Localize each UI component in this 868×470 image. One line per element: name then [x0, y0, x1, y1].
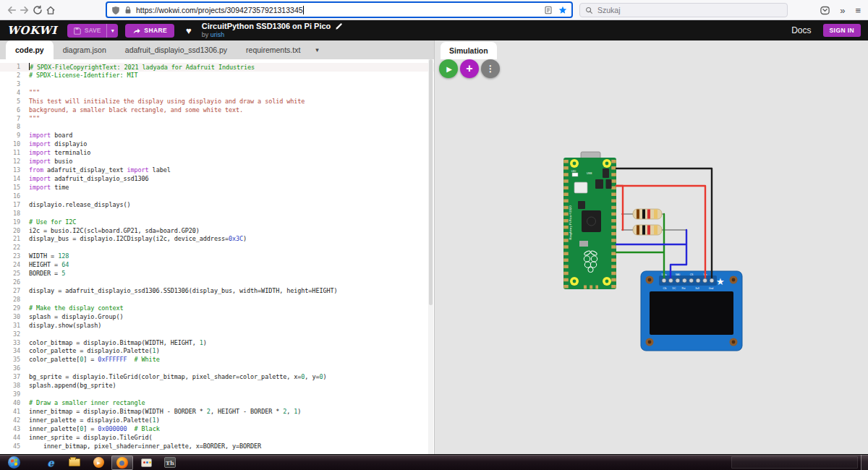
- editor-scrollbar[interactable]: [428, 59, 433, 454]
- code-line[interactable]: 4""": [0, 89, 434, 98]
- code-line[interactable]: 42inner_palette = displayio.Palette(1): [0, 416, 434, 425]
- code-line[interactable]: 45 inner_bitmap, pixel_shader=inner_pale…: [0, 443, 434, 451]
- forward-icon[interactable]: [20, 5, 30, 15]
- app-menu-icon[interactable]: ≡: [855, 6, 861, 15]
- code-line[interactable]: 5This test will initialize the display u…: [0, 98, 434, 106]
- code-line[interactable]: 33color_bitmap = displayio.Bitmap(WIDTH,…: [0, 339, 434, 348]
- code-line[interactable]: 20i2c = busio.I2C(scl=board.GP21, sda=bo…: [0, 227, 434, 236]
- reader-view-icon[interactable]: [544, 6, 553, 14]
- url-text[interactable]: https://wokwi.com/projects/3094273579213…: [136, 6, 303, 14]
- system-tray[interactable]: [731, 456, 858, 469]
- shield-icon[interactable]: [111, 6, 120, 14]
- code-line[interactable]: 25BORDER = 5: [0, 270, 434, 278]
- reload-icon[interactable]: [33, 5, 43, 15]
- code-line[interactable]: 43inner_palette[0] = 0x000000 # Black: [0, 425, 434, 434]
- toolbar-overflow-icon[interactable]: »: [840, 6, 845, 15]
- wire-red-branch[interactable]: [616, 186, 623, 230]
- signin-button[interactable]: SIGN IN: [823, 24, 861, 37]
- code-line[interactable]: 10import displayio: [0, 140, 434, 149]
- code-line[interactable]: 16: [0, 192, 434, 201]
- firefox-icon: [116, 457, 128, 469]
- code-line[interactable]: 26: [0, 278, 434, 287]
- author-link[interactable]: urish: [210, 31, 225, 38]
- code-line[interactable]: 14import adafruit_displayio_ssd1306: [0, 175, 434, 184]
- code-line[interactable]: 17displayio.release_displays(): [0, 201, 434, 210]
- show-desktop-button[interactable]: [861, 455, 868, 470]
- taskbar-item-internet-explorer[interactable]: e: [40, 456, 61, 470]
- code-line[interactable]: 21display_bus = displayio.I2CDisplay(i2c…: [0, 235, 434, 244]
- docs-link[interactable]: Docs: [791, 25, 811, 35]
- code-line[interactable]: 6background, a smaller black rectangle, …: [0, 106, 434, 115]
- code-line[interactable]: 22: [0, 244, 434, 252]
- code-line[interactable]: 12import busio: [0, 158, 434, 166]
- code-line[interactable]: 24HEIGHT = 64: [0, 261, 434, 270]
- code-line[interactable]: 1# SPDX-FileCopyrightText: 2021 ladyada …: [0, 63, 434, 72]
- resistor-1[interactable]: [633, 209, 662, 219]
- code-line[interactable]: 40# Draw a smaller inner rectangle: [0, 399, 434, 408]
- edit-pencil-icon[interactable]: [335, 22, 343, 30]
- code-line[interactable]: 15import time: [0, 184, 434, 192]
- home-icon[interactable]: [46, 5, 56, 15]
- code-line[interactable]: 41inner_bitmap = displayio.Bitmap(WIDTH …: [0, 408, 434, 416]
- save-button[interactable]: SAVE: [67, 24, 107, 38]
- wires[interactable]: [616, 168, 712, 278]
- code-editor[interactable]: 1# SPDX-FileCopyrightText: 2021 ladyada …: [0, 59, 434, 454]
- editor-scrollbar-thumb[interactable]: [429, 59, 433, 305]
- code-line[interactable]: 39: [0, 390, 434, 399]
- code-line[interactable]: 35color_palette[0] = 0xFFFFFF # White: [0, 356, 434, 364]
- code-line[interactable]: 13from adafruit_display_text import labe…: [0, 166, 434, 175]
- code-line[interactable]: 38splash.append(bg_sprite): [0, 382, 434, 390]
- share-button[interactable]: SHARE: [125, 24, 174, 38]
- pico-bootsel-button[interactable]: [574, 182, 587, 193]
- resistor-2[interactable]: [633, 225, 662, 235]
- code-line[interactable]: 28: [0, 296, 434, 304]
- code-line[interactable]: 23WIDTH = 128: [0, 252, 434, 261]
- taskbar-item-media-player[interactable]: ▶: [88, 456, 109, 470]
- code-line[interactable]: 27display = adafruit_displayio_ssd1306.S…: [0, 287, 434, 296]
- code-line[interactable]: 34color_palette = displayio.Palette(1): [0, 347, 434, 356]
- pico-board[interactable]: LED USB: [563, 152, 616, 289]
- taskbar-item-paint[interactable]: [135, 456, 157, 470]
- code-line[interactable]: 30splash = displayio.Group(): [0, 313, 434, 322]
- code-line[interactable]: 11import terminalio: [0, 149, 434, 158]
- line-number: 29: [0, 304, 29, 313]
- code-line[interactable]: 32: [0, 330, 434, 339]
- code-line[interactable]: 44inner_sprite = displayio.TileGrid(: [0, 434, 434, 443]
- taskbar-item-firefox[interactable]: [111, 456, 133, 470]
- taskbar-item-windows-explorer[interactable]: [64, 456, 85, 470]
- like-heart-icon[interactable]: ♥: [186, 25, 192, 36]
- search-bar[interactable]: Szukaj: [579, 3, 788, 17]
- code-line[interactable]: 2# SPDX-License-Identifier: MIT: [0, 72, 434, 80]
- code-line[interactable]: 36: [0, 364, 434, 373]
- code-line[interactable]: 3: [0, 80, 434, 89]
- code-line[interactable]: 19# Use for I2C: [0, 218, 434, 227]
- pocket-icon[interactable]: [820, 6, 830, 15]
- start-button[interactable]: [3, 456, 25, 470]
- tab-requirements-txt[interactable]: requirements.txt: [237, 40, 310, 59]
- diagram-canvas[interactable]: LED USB: [435, 40, 868, 454]
- taskbar-item-th-app[interactable]: Th: [159, 456, 181, 470]
- code-line[interactable]: 7""": [0, 115, 434, 124]
- lock-icon[interactable]: [124, 6, 132, 14]
- wire-clk-blue[interactable]: [616, 230, 686, 278]
- windows-taskbar: e ▶ Th: [0, 454, 868, 470]
- wokwi-logo[interactable]: WOKWI: [7, 24, 57, 37]
- code-line[interactable]: 29# Make the display context: [0, 304, 434, 313]
- url-bar[interactable]: https://wokwi.com/projects/3094273579213…: [106, 1, 573, 18]
- code-line[interactable]: 18: [0, 210, 434, 218]
- tabs-more-icon[interactable]: ▾: [310, 40, 325, 59]
- search-icon: [585, 7, 593, 14]
- pico-led-label: LED: [571, 170, 576, 173]
- code-line[interactable]: 8: [0, 123, 434, 132]
- code-line[interactable]: 31display.show(splash): [0, 322, 434, 330]
- tab-code-py[interactable]: code.py: [6, 40, 54, 59]
- tab-adafruit-displayio-ssd1306-py[interactable]: adafruit_displayio_ssd1306.py: [116, 40, 237, 59]
- save-dropdown-button[interactable]: ▾: [106, 24, 118, 38]
- bookmark-star-icon[interactable]: [558, 6, 567, 14]
- tab-diagram-json[interactable]: diagram.json: [54, 40, 116, 59]
- back-icon[interactable]: [7, 5, 17, 15]
- line-number: 1: [0, 63, 29, 72]
- code-line[interactable]: 9import board: [0, 132, 434, 140]
- oled-board[interactable]: Data SA0 CS Vin Clk DC Rst 3v3 Gnd ★: [641, 271, 742, 351]
- code-line[interactable]: 37bg_sprite = displayio.TileGrid(color_b…: [0, 373, 434, 382]
